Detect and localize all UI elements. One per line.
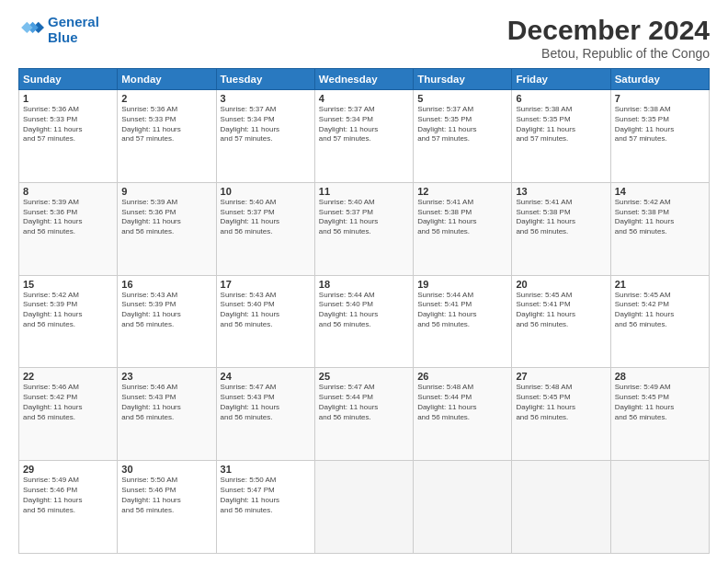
day-number: 16 xyxy=(121,279,211,290)
day-number: 26 xyxy=(417,371,507,382)
day-info: Sunrise: 5:48 AM Sunset: 5:44 PM Dayligh… xyxy=(417,383,507,422)
day-number: 7 xyxy=(615,93,705,104)
day-number: 4 xyxy=(319,93,409,104)
calendar-cell: 27Sunrise: 5:48 AM Sunset: 5:45 PM Dayli… xyxy=(512,368,610,461)
calendar-cell: 23Sunrise: 5:46 AM Sunset: 5:43 PM Dayli… xyxy=(118,368,216,461)
calendar-cell: 15Sunrise: 5:42 AM Sunset: 5:39 PM Dayli… xyxy=(19,275,118,368)
calendar-cell: 24Sunrise: 5:47 AM Sunset: 5:43 PM Dayli… xyxy=(216,368,314,461)
day-info: Sunrise: 5:39 AM Sunset: 5:36 PM Dayligh… xyxy=(23,198,113,237)
day-number: 1 xyxy=(23,93,113,104)
calendar-day-header: Sunday xyxy=(19,69,118,90)
day-info: Sunrise: 5:49 AM Sunset: 5:46 PM Dayligh… xyxy=(23,476,113,515)
calendar-cell: 29Sunrise: 5:49 AM Sunset: 5:46 PM Dayli… xyxy=(19,461,118,554)
calendar-day-header: Friday xyxy=(512,69,610,90)
calendar-cell: 17Sunrise: 5:43 AM Sunset: 5:40 PM Dayli… xyxy=(216,275,314,368)
day-number: 24 xyxy=(221,371,311,382)
calendar-day-header: Tuesday xyxy=(216,69,314,90)
day-info: Sunrise: 5:36 AM Sunset: 5:33 PM Dayligh… xyxy=(23,105,113,144)
calendar-cell: 12Sunrise: 5:41 AM Sunset: 5:38 PM Dayli… xyxy=(414,182,512,275)
day-number: 8 xyxy=(23,186,113,197)
calendar-cell: 14Sunrise: 5:42 AM Sunset: 5:38 PM Dayli… xyxy=(610,182,709,275)
calendar-week-row: 22Sunrise: 5:46 AM Sunset: 5:42 PM Dayli… xyxy=(19,368,710,461)
day-number: 29 xyxy=(23,464,113,475)
title-area: December 2024 Betou, Republic of the Con… xyxy=(507,15,710,61)
calendar-cell: 3Sunrise: 5:37 AM Sunset: 5:34 PM Daylig… xyxy=(216,90,314,183)
calendar-cell: 21Sunrise: 5:45 AM Sunset: 5:42 PM Dayli… xyxy=(610,275,709,368)
day-info: Sunrise: 5:38 AM Sunset: 5:35 PM Dayligh… xyxy=(516,105,606,144)
day-number: 20 xyxy=(516,279,606,290)
subtitle: Betou, Republic of the Congo xyxy=(507,46,710,61)
day-info: Sunrise: 5:46 AM Sunset: 5:43 PM Dayligh… xyxy=(121,383,211,422)
day-info: Sunrise: 5:44 AM Sunset: 5:40 PM Dayligh… xyxy=(319,291,409,330)
day-info: Sunrise: 5:45 AM Sunset: 5:41 PM Dayligh… xyxy=(516,291,606,330)
day-info: Sunrise: 5:36 AM Sunset: 5:33 PM Dayligh… xyxy=(121,105,211,144)
day-info: Sunrise: 5:37 AM Sunset: 5:34 PM Dayligh… xyxy=(319,105,409,144)
day-info: Sunrise: 5:42 AM Sunset: 5:38 PM Dayligh… xyxy=(615,198,705,237)
calendar-cell: 11Sunrise: 5:40 AM Sunset: 5:37 PM Dayli… xyxy=(314,182,413,275)
day-info: Sunrise: 5:37 AM Sunset: 5:35 PM Dayligh… xyxy=(417,105,507,144)
calendar-cell: 28Sunrise: 5:49 AM Sunset: 5:45 PM Dayli… xyxy=(610,368,709,461)
calendar-day-header: Thursday xyxy=(414,69,512,90)
day-info: Sunrise: 5:43 AM Sunset: 5:39 PM Dayligh… xyxy=(121,291,211,330)
day-info: Sunrise: 5:38 AM Sunset: 5:35 PM Dayligh… xyxy=(615,105,705,144)
calendar-day-header: Monday xyxy=(118,69,216,90)
calendar-cell xyxy=(610,461,709,554)
day-number: 15 xyxy=(23,279,113,290)
day-number: 23 xyxy=(121,371,211,382)
day-number: 31 xyxy=(221,464,311,475)
calendar-day-header: Wednesday xyxy=(314,69,413,90)
logo-general: General xyxy=(48,14,99,29)
day-number: 27 xyxy=(516,371,606,382)
calendar-cell: 13Sunrise: 5:41 AM Sunset: 5:38 PM Dayli… xyxy=(512,182,610,275)
calendar-cell: 5Sunrise: 5:37 AM Sunset: 5:35 PM Daylig… xyxy=(414,90,512,183)
calendar-week-row: 15Sunrise: 5:42 AM Sunset: 5:39 PM Dayli… xyxy=(19,275,710,368)
calendar-week-row: 29Sunrise: 5:49 AM Sunset: 5:46 PM Dayli… xyxy=(19,461,710,554)
day-info: Sunrise: 5:45 AM Sunset: 5:42 PM Dayligh… xyxy=(615,291,705,330)
day-info: Sunrise: 5:49 AM Sunset: 5:45 PM Dayligh… xyxy=(615,383,705,422)
logo-blue: Blue xyxy=(48,29,78,45)
day-info: Sunrise: 5:47 AM Sunset: 5:43 PM Dayligh… xyxy=(221,383,311,422)
day-info: Sunrise: 5:44 AM Sunset: 5:41 PM Dayligh… xyxy=(417,291,507,330)
day-number: 21 xyxy=(615,279,705,290)
day-number: 28 xyxy=(615,371,705,382)
calendar-cell: 25Sunrise: 5:47 AM Sunset: 5:44 PM Dayli… xyxy=(314,368,413,461)
calendar-cell: 10Sunrise: 5:40 AM Sunset: 5:37 PM Dayli… xyxy=(216,182,314,275)
calendar-cell: 26Sunrise: 5:48 AM Sunset: 5:44 PM Dayli… xyxy=(414,368,512,461)
day-number: 30 xyxy=(121,464,211,475)
calendar-cell: 6Sunrise: 5:38 AM Sunset: 5:35 PM Daylig… xyxy=(512,90,610,183)
logo: General Blue xyxy=(18,15,99,45)
day-info: Sunrise: 5:43 AM Sunset: 5:40 PM Dayligh… xyxy=(221,291,311,330)
day-info: Sunrise: 5:48 AM Sunset: 5:45 PM Dayligh… xyxy=(516,383,606,422)
day-info: Sunrise: 5:46 AM Sunset: 5:42 PM Dayligh… xyxy=(23,383,113,422)
calendar-cell xyxy=(512,461,610,554)
day-number: 3 xyxy=(221,93,311,104)
day-number: 9 xyxy=(121,186,211,197)
calendar-cell: 22Sunrise: 5:46 AM Sunset: 5:42 PM Dayli… xyxy=(19,368,118,461)
day-number: 19 xyxy=(417,279,507,290)
day-number: 22 xyxy=(23,371,113,382)
header: General Blue December 2024 Betou, Republ… xyxy=(18,15,710,61)
calendar-cell: 30Sunrise: 5:50 AM Sunset: 5:46 PM Dayli… xyxy=(118,461,216,554)
day-number: 6 xyxy=(516,93,606,104)
day-info: Sunrise: 5:39 AM Sunset: 5:36 PM Dayligh… xyxy=(121,198,211,237)
day-info: Sunrise: 5:37 AM Sunset: 5:34 PM Dayligh… xyxy=(221,105,311,144)
day-info: Sunrise: 5:41 AM Sunset: 5:38 PM Dayligh… xyxy=(417,198,507,237)
day-number: 14 xyxy=(615,186,705,197)
calendar-week-row: 8Sunrise: 5:39 AM Sunset: 5:36 PM Daylig… xyxy=(19,182,710,275)
day-info: Sunrise: 5:50 AM Sunset: 5:46 PM Dayligh… xyxy=(121,476,211,515)
calendar-cell: 1Sunrise: 5:36 AM Sunset: 5:33 PM Daylig… xyxy=(19,90,118,183)
day-info: Sunrise: 5:42 AM Sunset: 5:39 PM Dayligh… xyxy=(23,291,113,330)
day-number: 13 xyxy=(516,186,606,197)
calendar-cell: 4Sunrise: 5:37 AM Sunset: 5:34 PM Daylig… xyxy=(314,90,413,183)
calendar-cell: 18Sunrise: 5:44 AM Sunset: 5:40 PM Dayli… xyxy=(314,275,413,368)
day-number: 11 xyxy=(319,186,409,197)
calendar-cell xyxy=(314,461,413,554)
day-info: Sunrise: 5:50 AM Sunset: 5:47 PM Dayligh… xyxy=(221,476,311,515)
day-number: 12 xyxy=(417,186,507,197)
calendar-cell: 7Sunrise: 5:38 AM Sunset: 5:35 PM Daylig… xyxy=(610,90,709,183)
calendar-cell: 31Sunrise: 5:50 AM Sunset: 5:47 PM Dayli… xyxy=(216,461,314,554)
day-number: 5 xyxy=(417,93,507,104)
day-number: 2 xyxy=(121,93,211,104)
main-title: December 2024 xyxy=(507,15,710,46)
day-info: Sunrise: 5:47 AM Sunset: 5:44 PM Dayligh… xyxy=(319,383,409,422)
